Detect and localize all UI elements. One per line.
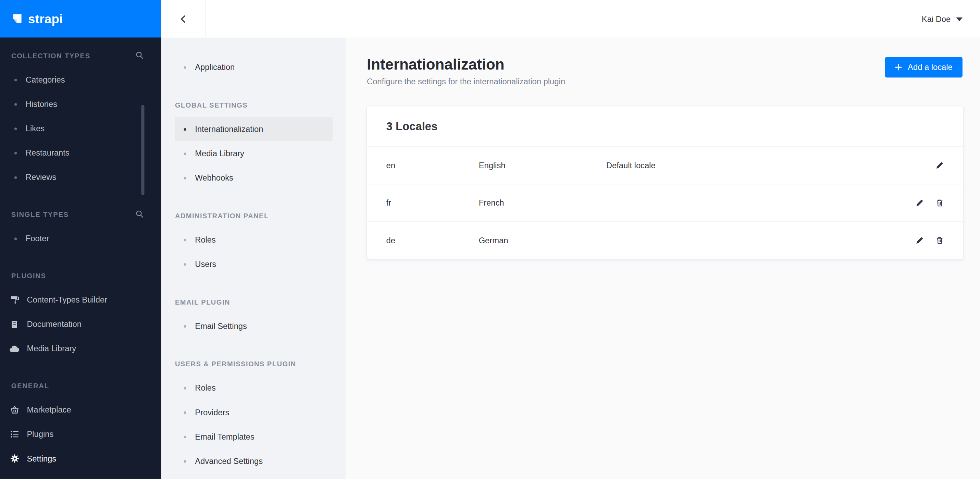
sidebar-item-label: Media Library — [27, 344, 76, 353]
locale-name: German — [479, 236, 606, 245]
chevron-left-icon — [178, 14, 188, 23]
main-content: Internationalization Configure the setti… — [345, 37, 980, 479]
gear-icon — [9, 454, 19, 463]
sidebar-item-likes[interactable]: Likes — [0, 116, 161, 140]
subnav-item-up-roles[interactable]: Roles — [175, 376, 332, 400]
subnav-section-administration-panel: ADMINISTRATION PANEL — [175, 203, 345, 228]
locale-code: fr — [387, 198, 479, 207]
page-header: Internationalization Configure the setti… — [367, 55, 565, 86]
sidebar-scrollbar[interactable] — [141, 105, 144, 195]
sidebar-item-label: Content-Types Builder — [27, 295, 107, 304]
sidebar-item-label: Categories — [26, 75, 65, 84]
bullet-icon — [14, 237, 17, 240]
subnav-item-internationalization[interactable]: Internationalization — [175, 117, 332, 141]
section-collection-types: COLLECTION TYPES — [0, 43, 161, 67]
sidebar-item-label: Plugins — [27, 430, 53, 439]
table-row: en English Default locale — [367, 146, 963, 184]
subnav-item-label: Application — [195, 62, 235, 72]
subnav-item-label: Email Templates — [195, 432, 255, 441]
sidebar-item-media-library[interactable]: Media Library — [0, 336, 161, 361]
sidebar-item-label: Settings — [27, 454, 56, 463]
subnav-section-email-plugin: EMAIL PLUGIN — [175, 290, 345, 314]
sidebar-item-plugins[interactable]: Plugins — [0, 422, 161, 446]
section-plugins: PLUGINS — [0, 263, 161, 288]
sidebar-item-marketplace[interactable]: Marketplace — [0, 398, 161, 422]
table-row: de German — [367, 221, 963, 259]
delete-locale-button[interactable] — [934, 235, 945, 246]
subnav-item-advanced-settings[interactable]: Advanced Settings — [175, 449, 332, 473]
subnav-item-email-settings[interactable]: Email Settings — [175, 314, 332, 338]
sidebar-item-documentation[interactable]: Documentation — [0, 312, 161, 336]
edit-locale-button[interactable] — [934, 160, 945, 170]
delete-locale-button[interactable] — [934, 198, 945, 208]
subnav-item-providers[interactable]: Providers — [175, 400, 332, 425]
bullet-icon — [184, 66, 186, 68]
add-locale-label: Add a locale — [908, 62, 953, 72]
subnav-item-admin-roles[interactable]: Roles — [175, 228, 332, 252]
list-icon — [9, 430, 19, 439]
topbar: Kai Doe — [161, 0, 980, 37]
locale-note: Default locale — [606, 161, 934, 170]
bullet-icon — [14, 151, 17, 154]
edit-locale-button[interactable] — [914, 198, 925, 208]
back-button[interactable] — [161, 0, 206, 37]
subnav-item-label: Roles — [195, 235, 216, 244]
subnav-item-admin-users[interactable]: Users — [175, 252, 332, 276]
sidebar-item-categories[interactable]: Categories — [0, 67, 161, 92]
cloud-icon — [9, 345, 19, 352]
add-locale-button[interactable]: Add a locale — [885, 57, 962, 78]
basket-icon — [9, 405, 19, 414]
section-general: GENERAL — [0, 373, 161, 398]
subnav-item-label: Media Library — [195, 149, 244, 158]
sidebar-item-histories[interactable]: Histories — [0, 92, 161, 116]
bullet-icon — [14, 103, 17, 105]
bullet-icon — [184, 239, 186, 241]
sidebar-item-restaurants[interactable]: Restaurants — [0, 141, 161, 165]
bullet-icon — [184, 263, 186, 265]
sidebar-item-label: Footer — [26, 234, 49, 243]
locale-name: French — [479, 198, 606, 207]
bullet-icon — [14, 176, 17, 178]
paint-roller-icon — [9, 295, 19, 304]
brand-name: strapi — [28, 12, 63, 26]
subnav-item-media-library[interactable]: Media Library — [175, 141, 332, 166]
search-icon[interactable] — [136, 51, 144, 60]
section-label: GENERAL — [11, 382, 49, 389]
search-icon[interactable] — [136, 210, 144, 218]
subnav-item-application[interactable]: Application — [175, 55, 332, 80]
subnav-item-label: Advanced Settings — [195, 457, 263, 466]
strapi-logo[interactable]: strapi — [0, 0, 161, 37]
strapi-admin: strapi COLLECTION TYPES Categories Histo… — [0, 0, 980, 479]
sidebar-item-label: Likes — [26, 124, 45, 133]
sidebar-item-reviews[interactable]: Reviews — [0, 165, 161, 189]
sidebar-item-label: Restaurants — [26, 148, 70, 157]
bullet-icon — [184, 460, 186, 462]
bullet-icon — [184, 177, 186, 179]
bullet-icon — [14, 78, 17, 81]
section-label: PLUGINS — [11, 272, 46, 279]
table-row: fr French — [367, 184, 963, 221]
user-name: Kai Doe — [922, 14, 951, 23]
subnav-item-label: Webhooks — [195, 173, 233, 182]
locale-code: en — [387, 161, 479, 170]
subnav-item-label: Internationalization — [195, 124, 263, 134]
subnav-section-users-permissions: USERS & PERMISSIONS PLUGIN — [175, 351, 345, 376]
sidebar-item-content-types-builder[interactable]: Content-Types Builder — [0, 288, 161, 312]
sidebar-item-label: Reviews — [26, 173, 57, 182]
sidebar-item-label: Documentation — [27, 319, 81, 329]
locales-card-title: 3 Locales — [387, 119, 438, 133]
edit-locale-button[interactable] — [914, 235, 925, 246]
locale-name: English — [479, 161, 606, 170]
sidebar-item-settings[interactable]: Settings — [0, 446, 161, 471]
subnav-item-webhooks[interactable]: Webhooks — [175, 166, 332, 190]
subnav-item-email-templates[interactable]: Email Templates — [175, 425, 332, 449]
subnav-item-label: Roles — [195, 383, 216, 392]
subnav-section-global-settings: GLOBAL SETTINGS — [175, 92, 345, 117]
user-menu[interactable]: Kai Doe — [922, 0, 963, 37]
section-label: SINGLE TYPES — [11, 210, 69, 218]
strapi-logo-icon — [11, 13, 22, 24]
section-single-types: SINGLE TYPES — [0, 202, 161, 226]
locale-code: de — [387, 236, 479, 245]
subnav-item-label: Providers — [195, 408, 229, 417]
sidebar-item-footer[interactable]: Footer — [0, 226, 161, 251]
